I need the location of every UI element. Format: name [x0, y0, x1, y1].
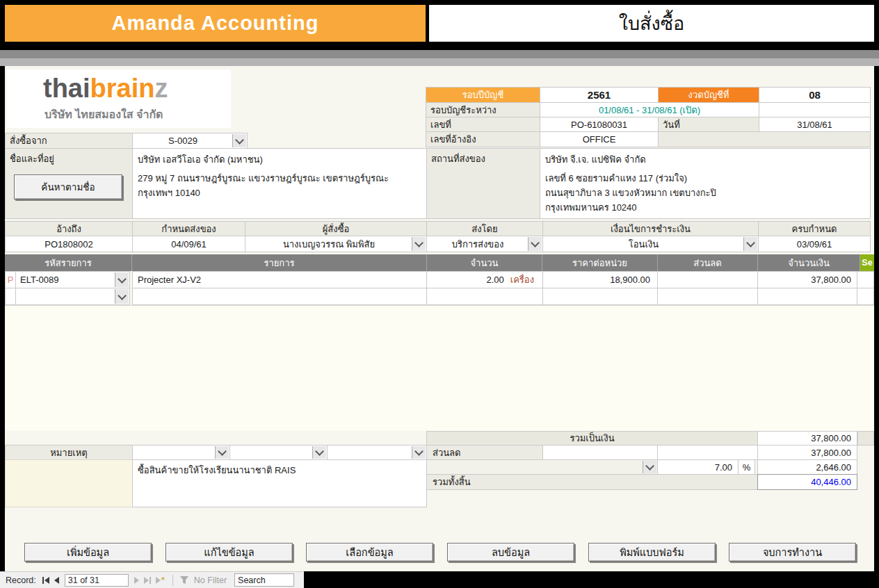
item-code-combo-empty[interactable] — [15, 288, 130, 305]
item-discount-cell[interactable] — [657, 288, 758, 305]
header-reference: อ้างถึง — [5, 221, 133, 236]
notes-label: หมายเหตุ — [5, 445, 133, 460]
separator — [172, 575, 173, 586]
period-range-value: 01/08/61 - 31/08/61 (เปิด) — [540, 102, 759, 117]
delivery-date-value[interactable]: 04/09/61 — [132, 236, 245, 252]
chevron-down-icon[interactable] — [528, 237, 542, 251]
ship-to-address-line3: กรุงเทพมหานคร 10240 — [545, 200, 637, 215]
item-unit: เครื่อง — [510, 272, 534, 287]
purchaser-combo[interactable]: นางเบญจวรรณ พิมพิสัย — [245, 236, 427, 252]
last-record-icon[interactable] — [143, 575, 152, 585]
header-due-date: ครบกำหนด — [758, 221, 871, 236]
record-navigation-bar: Record: 31 of 31 * No Filter — [0, 571, 304, 588]
after-discount-value: 37,800.00 — [757, 445, 857, 460]
chevron-down-icon[interactable] — [743, 237, 757, 251]
payment-terms-combo[interactable]: โอนเงิน — [542, 236, 759, 252]
detail-empty-area — [5, 305, 874, 431]
notes-combo-1[interactable] — [132, 445, 230, 460]
edit-data-button[interactable]: แก้ไขข้อมูล — [166, 543, 293, 562]
ref-no-value: OFFICE — [540, 131, 659, 147]
reference-value[interactable]: PO1808002 — [5, 236, 133, 252]
app-title-banner: Amanda Accounting — [5, 5, 426, 42]
supplier-name: บริษัท เอสวีโอเอ จำกัด (มหาชน) — [138, 152, 263, 167]
grand-total-value: 40,446.00 — [757, 474, 857, 490]
ship-to-label-cell: สถานที่ส่งของ — [426, 148, 540, 219]
period-range-empty — [759, 102, 871, 117]
col-description: รายการ — [132, 254, 427, 271]
next-record-icon[interactable] — [133, 575, 140, 585]
period-range-label: รอบบัญชีระหว่าง — [426, 102, 540, 117]
due-date-value[interactable]: 03/09/61 — [758, 236, 871, 252]
order-from-label: สั่งซื้อจาก — [5, 133, 133, 149]
supplier-address-line1: 279 หมู่ 7 ถนนราษฎร์บูรณะ แขวงราษฎร์บูรณ… — [138, 171, 389, 186]
col-amount: จำนวนเงิน — [758, 254, 860, 271]
item-qty-cell[interactable] — [426, 288, 543, 305]
subtotal-right-strip — [857, 431, 874, 446]
filter-icon[interactable] — [179, 575, 189, 585]
record-selector[interactable] — [5, 288, 16, 305]
delete-data-button[interactable]: ลบข้อมูล — [447, 543, 574, 562]
item-search-cell — [857, 271, 874, 288]
search-by-name-button[interactable]: ค้นหาตามชื่อ — [14, 174, 122, 199]
item-amount-cell[interactable]: 37,800.00 — [757, 271, 857, 288]
chevron-down-icon[interactable] — [215, 446, 229, 459]
application-window: Amanda Accounting ใบสั่งซื้อ thaibrainz … — [0, 0, 879, 588]
grand-total-label: รวมทั้งสิ้น — [426, 474, 758, 490]
vat-combo[interactable] — [426, 459, 658, 475]
print-form-button[interactable]: พิมพ์แบบฟอร์ม — [588, 543, 716, 562]
discount-cell-2[interactable] — [657, 445, 758, 460]
subtotal-value: 37,800.00 — [757, 431, 857, 446]
item-search-cell — [857, 288, 874, 305]
item-table-header: รหัสรายการ รายการ จำนวน ราคาต่อหน่วย ส่ว… — [5, 254, 874, 271]
add-data-button[interactable]: เพิ่มข้อมูล — [24, 543, 152, 562]
logo-part-z: z — [154, 74, 168, 103]
supplier-address-line2: กรุงเทพฯ 10140 — [138, 186, 200, 200]
item-description-cell[interactable] — [132, 288, 427, 305]
chevron-down-icon[interactable] — [115, 272, 129, 287]
item-unit-price-cell[interactable]: 18,900.00 — [542, 271, 658, 288]
item-qty-cell[interactable]: 2.00 เครื่อง — [426, 271, 543, 288]
ship-to-address-box[interactable]: บริษัท จี.เจ. แปซิฟิค จำกัด เลขที่ 6 ซอย… — [540, 148, 871, 219]
chevron-down-icon[interactable] — [312, 446, 326, 459]
supplier-address-box[interactable]: บริษัท เอสวีโอเอ จำกัด (มหาชน) 279 หมู่ … — [132, 148, 427, 219]
chevron-down-icon[interactable] — [115, 289, 129, 304]
note-text-box[interactable]: ซื้อสินค้าขายให้โรงเรียนนานาชาติ RAIS — [132, 459, 427, 507]
chevron-down-icon[interactable] — [643, 461, 656, 473]
record-selector[interactable]: P — [5, 271, 16, 288]
select-data-button[interactable]: เลือกข้อมูล — [306, 543, 433, 562]
item-unit-price-cell[interactable] — [542, 288, 658, 305]
item-amount-cell[interactable] — [757, 288, 857, 305]
form-title: ใบสั่งซื้อ — [619, 8, 685, 38]
ship-via-combo[interactable]: บริการส่งของ — [426, 236, 543, 252]
app-title: Amanda Accounting — [112, 12, 319, 35]
doc-no-value: PO-61080031 — [540, 117, 659, 132]
header-purchaser: ผู้สั่งซื้อ — [245, 221, 427, 236]
accounting-period-label: งวดบัญชีที่ — [658, 87, 759, 103]
col-discount: ส่วนลด — [658, 254, 758, 271]
discount-label: ส่วนลด — [426, 445, 543, 460]
notes-combo-2[interactable] — [229, 445, 328, 460]
percent-sign-cell: % — [738, 459, 755, 475]
vat-amount-value: 2,646.00 — [757, 459, 857, 475]
record-position-box[interactable]: 31 of 31 — [65, 574, 129, 587]
discount-cell-1[interactable] — [542, 445, 658, 460]
note-side-area — [5, 459, 133, 507]
chevron-down-icon[interactable] — [412, 446, 426, 459]
form-title-banner: ใบสั่งซื้อ — [429, 5, 874, 42]
previous-record-icon[interactable] — [53, 575, 61, 585]
col-search: Se — [860, 254, 874, 271]
item-code-combo[interactable]: ELT-0089 — [15, 271, 130, 288]
new-record-icon[interactable]: * — [154, 575, 166, 585]
first-record-icon[interactable] — [41, 575, 51, 585]
doc-date-value: 31/08/61 — [759, 117, 871, 132]
chevron-down-icon[interactable] — [232, 134, 246, 147]
notes-combo-3[interactable] — [327, 445, 427, 460]
item-discount-cell[interactable] — [657, 271, 758, 288]
exit-button[interactable]: จบการทำงาน — [729, 543, 856, 562]
col-unit-price: ราคาต่อหน่วย — [542, 254, 658, 271]
item-description-cell[interactable]: Projecter XJ-V2 — [132, 271, 427, 288]
vat-rate-value[interactable]: 7.00 — [657, 459, 739, 475]
search-input[interactable] — [234, 573, 294, 587]
order-from-combo[interactable]: S-0029 — [132, 133, 248, 149]
chevron-down-icon[interactable] — [412, 237, 426, 251]
